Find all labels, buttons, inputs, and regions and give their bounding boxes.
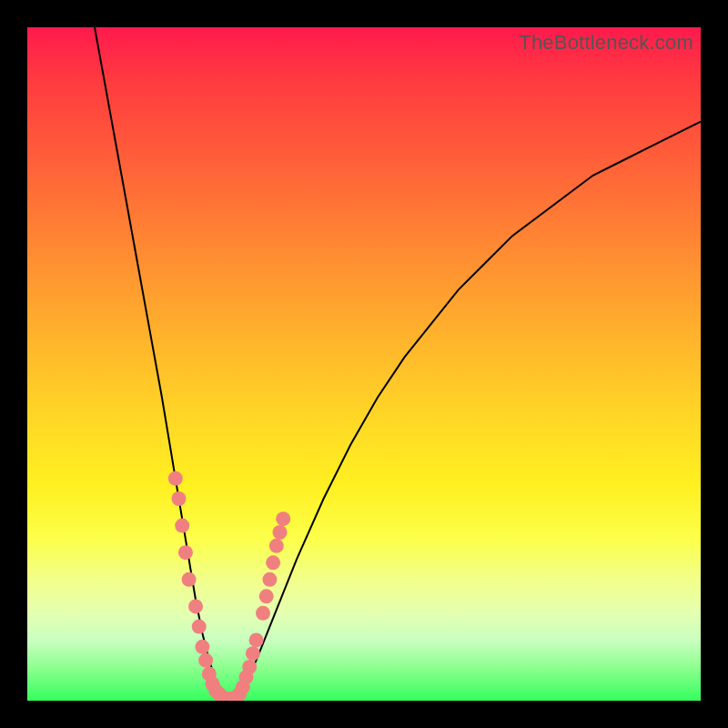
data-marker (269, 539, 284, 553)
bottleneck-curve (95, 27, 701, 701)
data-marker (246, 646, 260, 661)
chart-plot-area: TheBottleneck.com (27, 27, 701, 701)
data-marker (182, 572, 197, 587)
data-marker (242, 660, 257, 674)
chart-frame: TheBottleneck.com (0, 0, 728, 728)
data-marker (249, 632, 264, 647)
data-marker (266, 555, 280, 570)
data-markers (168, 471, 290, 701)
chart-svg (27, 27, 701, 701)
data-marker (178, 545, 193, 560)
data-marker (168, 471, 183, 486)
data-marker (273, 525, 288, 540)
data-marker (198, 653, 213, 668)
data-marker (195, 640, 209, 654)
data-marker (188, 599, 203, 613)
data-marker (175, 519, 189, 533)
data-marker (172, 491, 187, 506)
data-marker (259, 589, 274, 603)
data-marker (256, 606, 270, 621)
data-marker (262, 572, 277, 587)
data-marker (276, 511, 290, 526)
data-marker (192, 620, 207, 634)
